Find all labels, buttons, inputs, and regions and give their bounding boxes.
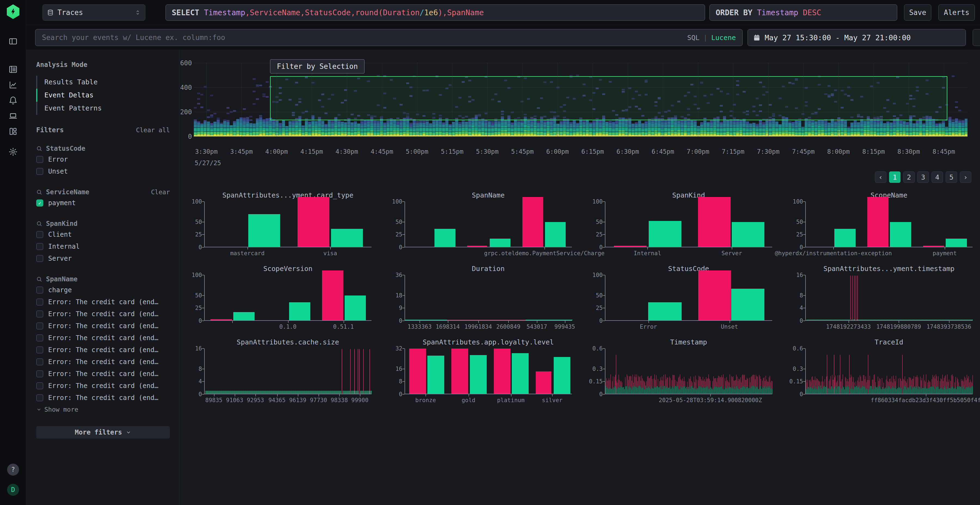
pagination-page-4[interactable]: 4 <box>932 172 943 183</box>
filter-option[interactable]: Client <box>36 229 170 241</box>
histogram-bar-inlier <box>896 386 896 394</box>
filter-option[interactable]: Error: The credit card (end… <box>36 368 170 380</box>
comb-bar <box>895 319 895 320</box>
pagination-next[interactable]: › <box>960 172 971 183</box>
histogram-bar-inlier <box>708 389 709 394</box>
histogram-bar-inlier <box>846 387 846 394</box>
histogram-bar-inlier <box>831 386 832 394</box>
filter-option[interactable]: Error: The credit card (end… <box>36 320 170 332</box>
filter-option[interactable]: Error: The credit card (end… <box>36 356 170 368</box>
bell-icon[interactable] <box>8 95 18 105</box>
x-tick-mark <box>247 247 248 249</box>
comb-bar <box>312 391 313 394</box>
dashboard-grid-icon[interactable] <box>8 127 18 136</box>
filter-option[interactable]: Error: The credit card (end… <box>36 392 170 404</box>
lucene-toggle[interactable]: Lucene <box>711 34 736 41</box>
run-query-button[interactable] <box>973 29 980 46</box>
histogram-bar-inlier <box>680 389 680 394</box>
comb-bar <box>258 391 258 394</box>
y-tick-label: 50 <box>587 292 603 299</box>
checkbox[interactable] <box>36 334 43 341</box>
checkbox[interactable] <box>36 168 43 175</box>
filter-option[interactable]: ✓payment <box>36 197 170 209</box>
analysis-mode-item-event-patterns[interactable]: Event Patterns <box>36 102 170 115</box>
checkbox[interactable] <box>36 394 43 401</box>
histogram-bar-inlier <box>964 389 965 394</box>
clear-filter-link[interactable]: Clear <box>151 189 170 195</box>
panel-left-icon[interactable] <box>8 37 18 46</box>
mini-chart-plot <box>204 349 372 394</box>
pagination-prev[interactable]: ‹ <box>875 172 886 183</box>
checkbox[interactable] <box>36 255 43 262</box>
help-button[interactable]: ? <box>7 464 19 476</box>
checkbox[interactable] <box>36 310 43 318</box>
histogram-bar-inlier <box>761 389 762 394</box>
user-avatar[interactable]: D <box>7 484 19 496</box>
heatmap-plot[interactable] <box>194 63 967 136</box>
show-more-link[interactable]: Show more <box>36 404 170 415</box>
hyperdx-logo[interactable] <box>7 4 19 19</box>
chart-line-icon[interactable] <box>8 80 18 90</box>
analysis-mode-item-event-deltas[interactable]: Event Deltas <box>36 89 170 102</box>
laptop-sessions-icon[interactable] <box>8 111 18 121</box>
filter-option[interactable]: Internal <box>36 241 170 252</box>
histogram-bar-inlier <box>681 387 682 394</box>
filter-option[interactable]: Error: The credit card (end… <box>36 380 170 392</box>
comb-bar <box>283 391 283 394</box>
y-tick-label: 0.3 <box>587 366 603 372</box>
alerts-button[interactable]: Alerts <box>939 4 975 21</box>
filter-option[interactable]: Server <box>36 252 170 264</box>
comb-bar <box>818 319 818 320</box>
pagination-page-3[interactable]: 3 <box>917 172 929 183</box>
comb-bar <box>928 319 928 320</box>
analysis-mode-item-results-table[interactable]: Results Table <box>36 76 170 89</box>
sql-toggle[interactable]: SQL <box>687 34 699 41</box>
checkbox[interactable]: ✓ <box>36 199 43 206</box>
checkbox[interactable] <box>36 346 43 353</box>
filter-option[interactable]: Error: The credit card (end… <box>36 332 170 344</box>
filter-option[interactable]: charge <box>36 284 170 296</box>
checkbox[interactable] <box>36 286 43 294</box>
search-input[interactable] <box>42 33 687 41</box>
filter-option[interactable]: Unset <box>36 165 170 178</box>
clear-all-filters-link[interactable]: Clear all <box>136 127 170 133</box>
checkbox[interactable] <box>36 382 43 389</box>
order-by-input[interactable]: ORDER BY Timestamp DESC <box>710 4 897 21</box>
more-filters-button[interactable]: More filters <box>36 426 170 438</box>
comb-bar <box>235 391 235 394</box>
filter-option[interactable]: Error: The credit card (end… <box>36 308 170 320</box>
comb-bar <box>955 319 955 320</box>
pagination-page-2[interactable]: 2 <box>903 172 915 183</box>
source-select[interactable]: Traces <box>43 4 145 21</box>
date-range-picker[interactable]: May 27 15:30:00 - May 27 21:00:00 <box>748 29 966 46</box>
settings-gear-icon[interactable] <box>8 147 18 157</box>
histogram-bar-inlier <box>698 388 698 394</box>
pagination-page-1[interactable]: 1 <box>889 172 900 183</box>
checkbox[interactable] <box>36 322 43 329</box>
comb-bar <box>269 391 269 394</box>
checkbox[interactable] <box>36 358 43 365</box>
checkbox[interactable] <box>36 299 43 306</box>
checkbox[interactable] <box>36 243 43 250</box>
checkbox[interactable] <box>36 231 43 238</box>
pagination-page-5[interactable]: 5 <box>946 172 957 183</box>
histogram-bar-inlier <box>918 386 919 394</box>
mini-chart-title: SpanAttributes...yment.card_type <box>204 191 372 199</box>
query-token: Timestamp <box>204 8 245 17</box>
checkbox[interactable] <box>36 370 43 377</box>
filter-option[interactable]: Error: The credit card (end… <box>36 344 170 356</box>
histogram-bar-inlier <box>893 388 894 394</box>
select-clause-input[interactable]: SELECT Timestamp,ServiceName,StatusCode,… <box>165 4 705 21</box>
histogram-bar-inlier <box>750 388 751 394</box>
histogram-bar-inlier <box>650 389 651 394</box>
checkbox[interactable] <box>36 156 43 163</box>
heatmap-selection-rectangle[interactable] <box>270 76 947 120</box>
search-logs-icon[interactable] <box>8 65 18 74</box>
heatmap-gridline-v <box>557 63 558 136</box>
histogram-bar-inlier <box>880 387 881 394</box>
save-button[interactable]: Save <box>904 4 931 21</box>
filter-option[interactable]: Error: The credit card (end… <box>36 296 170 308</box>
filter-by-selection-button[interactable]: Filter by Selection <box>270 59 364 73</box>
comb-bar <box>361 391 362 394</box>
filter-option[interactable]: Error <box>36 154 170 165</box>
